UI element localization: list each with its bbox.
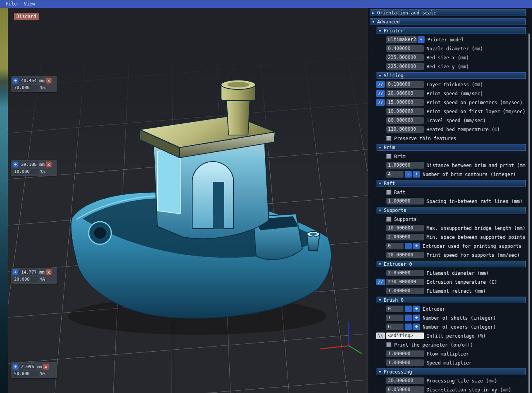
widget-close-button[interactable]: x bbox=[43, 364, 49, 370]
per-layer-toggle-print-speed-on-perimeters-mm-sec[interactable]: // bbox=[376, 99, 385, 106]
widget-add-button[interactable]: + bbox=[12, 364, 18, 370]
widget-percent-value[interactable]: 10.000 bbox=[12, 169, 39, 174]
section-header-processing[interactable]: ▼Processing bbox=[377, 368, 526, 375]
checkbox-brim[interactable] bbox=[386, 154, 391, 159]
label-print-the-perimeter-on-off: Print the perimeter (on/off) bbox=[394, 342, 473, 348]
benchy-model[interactable] bbox=[0, 8, 368, 393]
layer-widget: +29.188mmx10.000%% bbox=[11, 160, 57, 176]
input-spacing-in-between-raft-lines-mm[interactable]: 1.000000 bbox=[386, 198, 424, 205]
widget-add-button[interactable]: + bbox=[12, 162, 18, 167]
input-bed-size-x-mm[interactable]: 235.000000 bbox=[386, 54, 424, 61]
decrement-button-number-of-brim-contours-integer[interactable]: - bbox=[405, 171, 412, 178]
section-header-printer[interactable]: ▼Printer bbox=[377, 27, 526, 34]
increment-button-extruder-used-for-printing-supports[interactable]: + bbox=[413, 243, 420, 249]
input-flow-multiplier[interactable]: 1.000000 bbox=[386, 350, 424, 357]
widget-height-value[interactable]: 14.777 bbox=[20, 269, 38, 275]
label-printer-model: Printer model bbox=[427, 37, 464, 43]
input-print-speed-on-first-layer-mm-sec[interactable]: 10.000000 bbox=[386, 108, 424, 115]
checkbox-preserve-thin-features[interactable] bbox=[386, 136, 391, 141]
decrement-button-extruder-used-for-printing-supports[interactable]: - bbox=[405, 243, 412, 249]
checkbox-raft[interactable] bbox=[386, 190, 391, 195]
axis-gizmo bbox=[320, 322, 362, 354]
section-header-slicing[interactable]: ▼Slicing bbox=[377, 72, 526, 79]
label-flow-multiplier: Flow multiplier bbox=[427, 351, 469, 357]
input-nozzle-diameter-mm[interactable]: 0.400000 bbox=[386, 45, 424, 52]
input-extruder[interactable]: 0 bbox=[386, 306, 403, 312]
per-layer-toggle-infill-percentage[interactable]: \\ bbox=[376, 333, 385, 339]
widget-height-value[interactable]: 40.454 bbox=[20, 78, 38, 84]
section-header-orientation-and-scale[interactable]: ▶Orientation and scale bbox=[370, 9, 526, 16]
widget-height-value[interactable]: 29.188 bbox=[20, 162, 38, 167]
widget-close-button[interactable]: x bbox=[46, 78, 52, 84]
menu-view[interactable]: View bbox=[24, 1, 35, 7]
section-header-extruder-0[interactable]: ▼Extruder 0 bbox=[377, 261, 526, 267]
decrement-button-extruder[interactable]: - bbox=[405, 306, 412, 312]
widget-close-button[interactable]: x bbox=[46, 269, 52, 275]
section-label-orientation-and-scale: Orientation and scale bbox=[377, 10, 436, 16]
widget-add-button[interactable]: + bbox=[12, 269, 18, 275]
input-processing-tile-size-mm[interactable]: 30.000000 bbox=[386, 377, 424, 384]
input-number-of-brim-contours-integer[interactable]: 4 bbox=[386, 171, 403, 178]
increment-button-number-of-brim-contours-integer[interactable]: + bbox=[413, 171, 420, 178]
decrement-button-number-of-shells-integer[interactable]: - bbox=[405, 315, 412, 321]
panel-scrollbar[interactable] bbox=[528, 34, 530, 393]
layer-gradient-bar[interactable] bbox=[0, 8, 8, 393]
label-spacing-in-between-raft-lines-mm: Spacing in-between raft lines (mm) bbox=[427, 199, 523, 204]
section-header-raft[interactable]: ▼Raft bbox=[377, 180, 526, 187]
input-infill-percentage[interactable]: <editing> bbox=[386, 333, 424, 339]
input-number-of-shells-integer[interactable]: 1 bbox=[386, 315, 403, 321]
widget-close-button[interactable]: x bbox=[46, 162, 52, 167]
widget-height-value[interactable]: 2.096 bbox=[20, 364, 36, 370]
checkbox-supports[interactable] bbox=[386, 217, 391, 222]
discard-button[interactable]: Discard bbox=[14, 13, 39, 20]
viewport-3d[interactable]: Discard +40.454mmx70.000%%+29.188mmx10.0… bbox=[0, 8, 368, 393]
triangle-down-icon: ▼ bbox=[379, 74, 381, 78]
input-filament-diameter-mm[interactable]: 2.850000 bbox=[386, 270, 424, 276]
decrement-button-number-of-covers-integer[interactable]: - bbox=[405, 324, 412, 330]
menu-file[interactable]: File bbox=[5, 1, 17, 7]
axis-x-line bbox=[320, 346, 349, 349]
per-layer-toggle-extrusion-temperature-c[interactable]: // bbox=[376, 279, 385, 285]
label-infill-percentage: Infill percentage (%) bbox=[427, 333, 486, 339]
input-print-speed-mm-sec[interactable]: 20.000000 bbox=[386, 90, 424, 97]
label-distance-between-brim-and-print-mm: Distance between brim and print (mm) bbox=[427, 163, 526, 168]
widget-percent-value[interactable]: 50.000 bbox=[12, 371, 39, 377]
checkbox-print-the-perimeter-on-off[interactable] bbox=[386, 342, 391, 347]
input-bed-size-y-mm[interactable]: 225.000000 bbox=[386, 63, 424, 70]
row-extrusion-temperature-c: //230.000000Extrusion temperature (C) bbox=[370, 277, 526, 286]
input-travel-speed-mm-sec[interactable]: 80.000000 bbox=[386, 117, 424, 124]
widget-percent-value[interactable]: 20.000 bbox=[12, 276, 39, 282]
arch-pillar bbox=[213, 182, 224, 229]
input-filament-retract-mm[interactable]: 1.000000 bbox=[386, 288, 424, 294]
widget-percent-value[interactable]: 70.000 bbox=[12, 85, 39, 91]
section-header-brim[interactable]: ▼Brim bbox=[377, 144, 526, 151]
label-extruder: Extruder bbox=[423, 306, 445, 312]
widget-add-button[interactable]: + bbox=[12, 78, 18, 84]
input-discretization-step-in-xy-mm[interactable]: 0.050000 bbox=[386, 386, 424, 393]
per-layer-toggle-layer-thickness-mm[interactable]: // bbox=[376, 81, 385, 88]
input-heated-bed-temperature-c[interactable]: 110.000000 bbox=[386, 126, 424, 133]
section-header-advanced[interactable]: ▼Advanced bbox=[370, 18, 526, 25]
input-max-unsupported-bridge-length-mm[interactable]: 10.000000 bbox=[386, 225, 424, 231]
input-speed-multiplier[interactable]: 1.000000 bbox=[386, 359, 424, 366]
input-print-speed-on-perimeters-mm-sec[interactable]: 15.000000 bbox=[386, 99, 424, 106]
input-extrusion-temperature-c[interactable]: 230.000000 bbox=[386, 279, 424, 285]
input-distance-between-brim-and-print-mm[interactable]: 1.000000 bbox=[386, 162, 424, 169]
input-print-speed-for-supports-mm-sec[interactable]: 20.000000 bbox=[386, 252, 424, 258]
per-layer-toggle-print-speed-mm-sec[interactable]: // bbox=[376, 90, 385, 97]
input-layer-thickness-mm[interactable]: 0.100000 bbox=[386, 81, 424, 88]
input-number-of-covers-integer[interactable]: 6 bbox=[386, 324, 403, 330]
increment-button-number-of-shells-integer[interactable]: + bbox=[413, 315, 420, 321]
input-printer-model[interactable]: ultimaker2 bbox=[386, 36, 417, 43]
dropdown-button-printer-model[interactable]: ▼ bbox=[418, 36, 425, 43]
label-heated-bed-temperature-c: Heated bed temperature (C) bbox=[427, 127, 500, 132]
boat-group[interactable] bbox=[71, 80, 331, 318]
section-header-supports[interactable]: ▼Supports bbox=[377, 207, 526, 213]
input-min-space-between-supported-points[interactable]: 2.000000 bbox=[386, 234, 424, 240]
row-heated-bed-temperature-c: 110.000000Heated bed temperature (C) bbox=[370, 125, 526, 134]
increment-button-number-of-covers-integer[interactable]: + bbox=[413, 324, 420, 330]
section-header-brush-0[interactable]: ▼Brush 0 bbox=[377, 297, 526, 303]
input-extruder-used-for-printing-supports[interactable]: 0 bbox=[386, 243, 403, 249]
section-row-brush-0: ▼Brush 0 bbox=[370, 295, 526, 304]
increment-button-extruder[interactable]: + bbox=[413, 306, 420, 312]
